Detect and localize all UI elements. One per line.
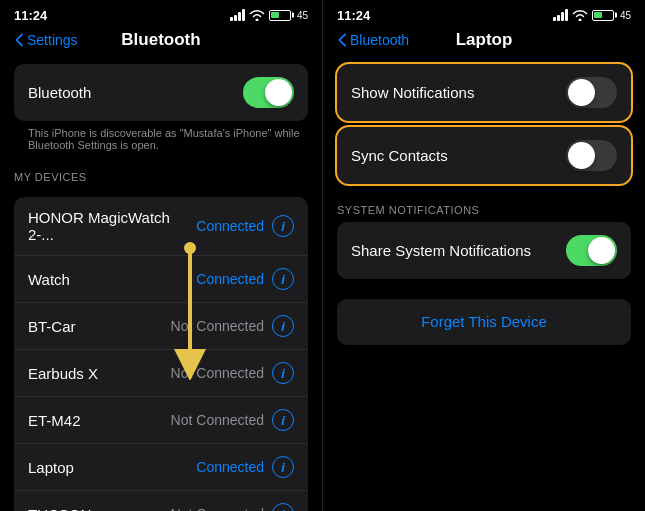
show-notifications-row: Show Notifications [337,64,631,121]
sync-contacts-toggle[interactable] [566,140,617,171]
show-notifications-highlight: Show Notifications [337,64,631,121]
left-content: Bluetooth This iPhone is discoverable as… [0,56,322,511]
chevron-left-icon [14,33,24,47]
page-title-left: Bluetooth [121,30,200,50]
device-info-button[interactable]: i [272,315,294,337]
toggle-knob [265,79,292,106]
show-notifications-label: Show Notifications [351,84,474,101]
sync-contacts-row: Sync Contacts [337,127,631,184]
toggle-knob [588,237,615,264]
nav-bar-right: Bluetooth Laptop [323,28,645,56]
device-status: Not Connected [171,412,264,428]
nav-bar-left: Settings Bluetooth [0,28,322,56]
device-name: TUCSON [28,506,171,512]
list-item[interactable]: HONOR MagicWatch 2-... Connected i [14,197,308,256]
list-item[interactable]: Earbuds X Not Connected i [14,350,308,397]
device-status: Not Connected [171,365,264,381]
device-name: Earbuds X [28,365,171,382]
system-notifications-label: SYSTEM NOTIFICATIONS [323,192,645,222]
time-left: 11:24 [14,8,47,23]
left-screen: 11:24 45 [0,0,322,511]
signal-icon [230,9,245,21]
right-content: Show Notifications Sync Contacts SYSTEM … [323,56,645,511]
share-system-notifications-row: Share System Notifications [337,222,631,279]
status-icons-right: 45 [553,9,631,21]
device-name: ET-M42 [28,412,171,429]
device-info-button[interactable]: i [272,456,294,478]
list-item[interactable]: ET-M42 Not Connected i [14,397,308,444]
device-status: Connected [196,218,264,234]
device-info-button[interactable]: i [272,409,294,431]
back-button-right[interactable]: Bluetooth [337,32,409,48]
battery-icon: 45 [269,10,308,21]
back-button-left[interactable]: Settings [14,32,78,48]
list-item-laptop[interactable]: Laptop Connected i [14,444,308,491]
wifi-icon [572,9,588,21]
device-name: HONOR MagicWatch 2-... [28,209,196,243]
list-item[interactable]: TUCSON Not Connected i [14,491,308,511]
signal-icon [553,9,568,21]
share-system-notifications-toggle[interactable] [566,235,617,266]
device-status: Not Connected [171,506,264,511]
status-bar-right: 11:24 45 [323,0,645,28]
device-status: Connected [196,459,264,475]
time-right: 11:24 [337,8,370,23]
list-item[interactable]: BT-Car Not Connected i [14,303,308,350]
device-info-button[interactable]: i [272,215,294,237]
device-name: Laptop [28,459,196,476]
sync-contacts-highlight: Sync Contacts [337,127,631,184]
forget-device-label: Forget This Device [421,313,547,330]
show-notifications-toggle[interactable] [566,77,617,108]
toggle-knob [568,79,595,106]
bluetooth-toggle-row: Bluetooth [14,64,308,121]
bluetooth-description: This iPhone is discoverable as "Mustafa'… [0,123,322,159]
device-name: Watch [28,271,196,288]
device-info-button[interactable]: i [272,503,294,511]
page-title-right: Laptop [456,30,513,50]
bluetooth-label: Bluetooth [28,84,91,101]
bluetooth-toggle[interactable] [243,77,294,108]
device-status: Not Connected [171,318,264,334]
share-system-notifications-label: Share System Notifications [351,242,531,259]
sync-contacts-label: Sync Contacts [351,147,448,164]
device-status: Connected [196,271,264,287]
device-name: BT-Car [28,318,171,335]
status-bar-left: 11:24 45 [0,0,322,28]
device-info-button[interactable]: i [272,268,294,290]
my-devices-label: MY DEVICES [0,159,322,189]
status-icons-left: 45 [230,9,308,21]
chevron-left-icon [337,33,347,47]
battery-icon: 45 [592,10,631,21]
forget-device-row[interactable]: Forget This Device [337,299,631,345]
toggle-knob [568,142,595,169]
list-item[interactable]: Watch Connected i [14,256,308,303]
device-info-button[interactable]: i [272,362,294,384]
right-screen: 11:24 45 [322,0,645,511]
wifi-icon [249,9,265,21]
device-list: HONOR MagicWatch 2-... Connected i Watch… [14,197,308,511]
